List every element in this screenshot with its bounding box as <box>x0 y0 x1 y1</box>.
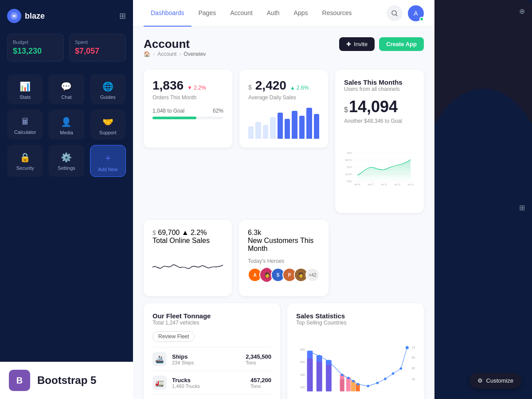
rp-icon-2[interactable]: ⊞ <box>519 203 525 212</box>
customers-label: New Customers This Month <box>248 237 320 253</box>
svg-text:200: 200 <box>300 386 305 389</box>
sales-line-chart: $24K $20.5K $17K $13.5K $10K Apr 04 Apr … <box>344 133 415 204</box>
svg-rect-34 <box>326 365 332 391</box>
svg-text:40%: 40% <box>412 378 415 381</box>
bar-10 <box>314 114 319 139</box>
sidebar-item-calculator[interactable]: 🖩 Calculator <box>7 110 43 140</box>
sidebar-item-label: Media <box>60 130 73 135</box>
heroes-label: Today's Heroes <box>248 258 320 264</box>
fleet-title: Our Fleet Tonnage <box>153 312 271 320</box>
topnav-item-pages[interactable]: Pages <box>192 0 223 27</box>
svg-point-43 <box>341 374 344 376</box>
breadcrumb-current: Overwiev <box>184 51 206 57</box>
right-panel: ⊕ ⊞ <box>434 0 532 399</box>
spent-label: Spent <box>75 39 120 45</box>
bar-6 <box>285 119 290 139</box>
svg-text:600: 600 <box>300 360 305 364</box>
sidebar-item-label: Stats <box>20 94 31 100</box>
spent-card: Spent $7,057 <box>69 34 126 62</box>
media-icon: 👤 <box>61 117 72 127</box>
invite-label: Invite <box>354 41 368 47</box>
svg-point-51 <box>399 368 402 370</box>
sidebar-item-support[interactable]: 🤝 Support <box>90 110 126 140</box>
fleet-card: Our Fleet Tonnage Total 1,247 vehicles R… <box>144 303 280 399</box>
ships-unit: Tons <box>246 360 271 365</box>
truck-icon: 🚛 <box>153 376 167 390</box>
budget-value: $13,230 <box>13 47 58 56</box>
search-button[interactable] <box>387 5 403 21</box>
topnav-left: Dashboards Pages Account Auth Apps Resou… <box>144 0 359 27</box>
sidebar-item-media[interactable]: 👤 Media <box>48 110 84 140</box>
svg-text:100%: 100% <box>412 346 415 349</box>
topnav-item-apps[interactable]: Apps <box>287 0 315 27</box>
sidebar-header: blaze ⊞ <box>7 9 126 23</box>
customize-button[interactable]: ⚙ Customize <box>469 373 521 388</box>
ships-sub: 234 Ships <box>172 360 194 365</box>
topnav-item-auth[interactable]: Auth <box>260 0 287 27</box>
review-fleet-button[interactable]: Review Fleet <box>153 331 195 342</box>
menu-icon[interactable]: ⊞ <box>119 11 126 21</box>
sidebar-item-security[interactable]: 🔒 Security <box>7 145 43 177</box>
svg-text:👩: 👩 <box>298 272 304 278</box>
topnav-item-resources[interactable]: Resources <box>315 0 359 27</box>
guides-icon: 🌐 <box>102 81 113 92</box>
sales-stats-card: Sales Statistics Top Selling Countries 8… <box>287 303 424 399</box>
sidebar-item-guides[interactable]: 🌐 Guides <box>90 74 126 104</box>
security-icon: 🔒 <box>20 152 31 163</box>
rp-icon-1[interactable]: ⊕ <box>519 7 525 16</box>
breadcrumb: 🏠 › Account › Overwiev <box>144 51 206 57</box>
wavy-chart <box>153 252 223 287</box>
bootstrap-label: Bootstrap 5 <box>37 374 96 387</box>
content-area: Account 🏠 › Account › Overwiev ✚ Invite … <box>133 27 434 399</box>
sales-month-card: Sales This Months Users from all channel… <box>335 70 424 213</box>
budget-label: Budget <box>13 39 58 45</box>
goal-pct: 62% <box>213 108 223 114</box>
invite-button[interactable]: ✚ Invite <box>339 37 375 51</box>
customers-card: 6.3k New Customers This Month Today's He… <box>239 220 329 296</box>
chart-svg: $24K $20.5K $17K $13.5K $10K Apr 04 Apr … <box>344 133 415 204</box>
svg-text:80%: 80% <box>412 356 415 359</box>
support-icon: 🤝 <box>102 117 113 127</box>
sales-month-value: 14,094 <box>349 98 398 116</box>
sidebar-item-chat[interactable]: 💬 Chat <box>48 74 84 104</box>
topnav-item-account[interactable]: Account <box>223 0 260 27</box>
bar-7 <box>292 111 297 139</box>
sidebar-item-settings[interactable]: ⚙️ Settings <box>48 145 84 177</box>
daily-sales-value: 2,420 <box>255 78 286 93</box>
review-label: Review Fleet <box>158 333 189 340</box>
nav-grid: 📊 Stats 💬 Chat 🌐 Guides 🖩 Calculator 👤 M… <box>7 74 126 177</box>
topnav-item-dashboards[interactable]: Dashboards <box>144 0 192 27</box>
stats-row-2: $ 69,700 ▲ 2.2% Total Online Sales 6.3k … <box>144 220 424 296</box>
svg-rect-30 <box>307 359 313 391</box>
customize-icon: ⚙ <box>477 377 483 384</box>
sidebar-item-label: Chat <box>61 94 71 100</box>
svg-text:$13.5K: $13.5K <box>345 173 352 176</box>
svg-point-46 <box>357 383 360 386</box>
user-avatar[interactable]: A <box>408 5 424 21</box>
sidebar-item-label: Security <box>16 165 34 171</box>
daily-sales-change: ▲ 2.6% <box>290 85 309 91</box>
svg-point-44 <box>347 377 350 379</box>
svg-point-40 <box>309 350 311 353</box>
online-sales-change: ▲ 2.2% <box>182 229 207 236</box>
online-sales-label: Total Online Sales <box>153 237 223 245</box>
orders-change: ▼ 2.2% <box>187 85 206 91</box>
svg-text:800: 800 <box>300 348 305 351</box>
third-row: Our Fleet Tonnage Total 1,247 vehicles R… <box>144 303 424 399</box>
sidebar-item-stats[interactable]: 📊 Stats <box>7 74 43 104</box>
create-app-button[interactable]: Create App <box>379 37 424 51</box>
sidebar-item-label: Guides <box>100 94 116 100</box>
sidebar-item-add-new[interactable]: + Add New <box>90 145 126 177</box>
online-badge <box>419 17 424 21</box>
budget-cards: Budget $13,230 Spent $7,057 <box>7 34 126 62</box>
trucks-name: Trucks <box>172 377 200 383</box>
page-header: Account 🏠 › Account › Overwiev ✚ Invite … <box>144 37 424 66</box>
svg-text:👩: 👩 <box>264 272 270 278</box>
bar-8 <box>299 116 305 139</box>
svg-point-48 <box>376 382 379 384</box>
sidebar-item-label: Settings <box>58 165 75 171</box>
sidebar-logo: blaze <box>7 9 45 23</box>
stats-row-1: 1,836 ▼ 2.2% Orders This Month 1,048 to … <box>144 70 424 213</box>
topnav: Dashboards Pages Account Auth Apps Resou… <box>133 0 434 27</box>
sidebar-item-label: Add New <box>98 167 118 172</box>
